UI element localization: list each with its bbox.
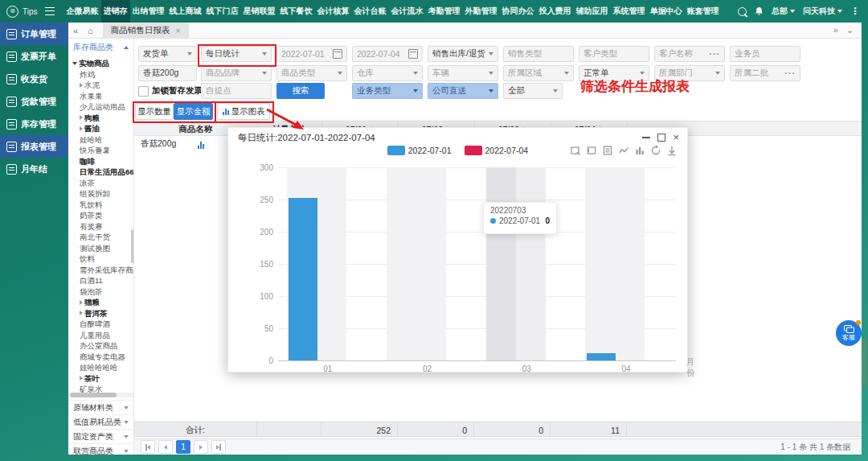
tree-item[interactable]: 自酿啤酒 (68, 319, 133, 330)
input-filter[interactable]: 客户类型 (579, 46, 649, 62)
tree-item[interactable]: 组装拆卸 (68, 188, 133, 200)
topnav-item[interactable]: 账套管理 (685, 0, 722, 23)
topnav-item[interactable]: 协同办公 (500, 0, 537, 23)
select-filter[interactable]: 每日统计 (201, 46, 272, 62)
tree-item[interactable]: 狗粮 (68, 113, 133, 124)
data-view-icon[interactable] (602, 145, 613, 156)
tree-header-inventory-category[interactable]: 库存商品类 (68, 39, 133, 56)
tree-item[interactable]: 少儿运动用品 (68, 101, 133, 113)
topnav-item[interactable]: 出纳管理 (130, 0, 167, 23)
tree-horizontal-scrollbar[interactable] (68, 393, 133, 397)
tree-item[interactable]: 水泥 (68, 80, 133, 91)
tree-item[interactable]: 商城专卖电器 (68, 352, 133, 363)
tree-item[interactable]: 咖啡 (68, 156, 133, 167)
row-chart-icon[interactable] (198, 138, 204, 152)
topnav-item[interactable]: 单据中心 (648, 0, 685, 23)
select-filter[interactable]: 业务类型 (352, 83, 423, 99)
maximize-icon[interactable] (657, 134, 665, 142)
tree-item[interactable]: 奶茶类 (68, 210, 133, 221)
input-filter[interactable]: 香菇200g (138, 65, 197, 81)
tree-item[interactable]: 茶叶 (68, 373, 133, 385)
topnav-item[interactable]: 星销联盟 (241, 0, 278, 23)
user-menu[interactable]: 问天科技 (803, 6, 842, 17)
tree-item[interactable]: 酱油 (68, 123, 133, 134)
select-filter[interactable]: 车辆 (428, 65, 498, 81)
tree-item[interactable]: 炸鸡 (68, 69, 133, 80)
module-item[interactable]: 订单管理 (0, 23, 68, 45)
page-scrollbar-thumb[interactable] (862, 338, 866, 388)
select-filter[interactable]: 仓库 (352, 65, 423, 81)
topnav-item[interactable]: 辅助应用 (574, 0, 611, 23)
tree-item[interactable]: 娃哈哈 (68, 134, 133, 146)
tree-item[interactable]: 实物商品 (68, 58, 133, 69)
show-chart-button[interactable]: 显示图表 (217, 103, 270, 120)
prev-page-button[interactable] (158, 440, 173, 454)
tree-item[interactable]: 办公室商品 (68, 340, 133, 352)
next-page-button[interactable] (194, 440, 208, 454)
module-item[interactable]: 收发货 (0, 68, 68, 90)
tab-product-sales-daily-report[interactable]: 商品销售日报表 × (103, 23, 189, 39)
show-amount-button[interactable]: 显示金额 (174, 103, 213, 120)
tree-item[interactable]: 需外采低库存商品 (68, 265, 133, 276)
topnav-item[interactable]: 线下餐饮 (278, 0, 315, 23)
chart-bar[interactable] (289, 198, 317, 360)
module-item[interactable]: 报表管理 (0, 135, 68, 158)
checkbox-icon[interactable] (138, 86, 149, 97)
tree-item[interactable]: 有奖赛 (68, 221, 133, 233)
tree-section[interactable]: 联营商品类 (68, 443, 133, 455)
ellipsis-icon[interactable]: ··· (710, 49, 721, 59)
tree-item[interactable]: 袋泡茶 (68, 286, 133, 298)
topnav-item[interactable]: 系统管理 (611, 0, 648, 23)
topnav-item[interactable]: 会计台账 (352, 0, 389, 23)
app-logo[interactable]: ⊛ Tips (0, 6, 64, 18)
input-filter[interactable]: 业务员 (730, 46, 800, 62)
restore-icon[interactable] (650, 145, 661, 156)
more-icon[interactable]: ⋮ (850, 6, 860, 17)
tree-item[interactable]: 猫粮 (68, 297, 133, 308)
tree-section[interactable]: 低值易耗品类 (68, 414, 133, 429)
tree-section[interactable]: 固定资产类 (68, 429, 133, 443)
org-switcher[interactable]: 总部 (772, 6, 795, 17)
tabs-overflow-icon[interactable]: » (833, 25, 838, 35)
lock-draft-invoice-checkbox[interactable]: 加锁暂存发票单 (138, 83, 211, 99)
input-filter[interactable]: 自提点 (201, 83, 272, 99)
topnav-item[interactable]: 进销存 (101, 0, 130, 23)
first-page-button[interactable] (141, 440, 155, 454)
input-filter[interactable]: 销售类型 (503, 46, 574, 62)
tree-section[interactable]: 原辅材料类 (68, 400, 133, 414)
legend-item[interactable]: 2022-07-01 (387, 146, 452, 155)
close-icon[interactable]: × (175, 26, 180, 35)
tree-item[interactable]: 测试换图 (68, 243, 133, 254)
tabs-menu-icon[interactable]: ⌄ (846, 25, 854, 35)
tree-item[interactable]: 饮料 (68, 253, 133, 265)
tree-item[interactable]: 儿童用品 (68, 330, 133, 341)
tree-item[interactable]: 南北干货 (68, 232, 133, 243)
topnav-item[interactable]: 会计流水 (389, 0, 426, 23)
topnav-item[interactable]: 线上商城 (167, 0, 204, 23)
select-filter[interactable]: 发货单 (138, 46, 197, 62)
page-number-button[interactable]: 1 (176, 440, 190, 454)
show-quantity-button[interactable]: 显示数量 (135, 103, 174, 120)
module-item[interactable]: 库存管理 (0, 113, 68, 135)
select-filter[interactable]: 所属区域 (503, 65, 574, 81)
zoom-reset-icon[interactable] (586, 145, 597, 156)
tree-vertical-scrollbar[interactable] (131, 229, 133, 263)
topnav-item[interactable]: 线下门店 (204, 0, 241, 23)
module-item[interactable]: 月年结 (0, 158, 68, 180)
tree-item[interactable]: 白酒11 (68, 275, 133, 286)
tree-item[interactable]: 水果果 (68, 91, 133, 102)
topnav-item[interactable]: 企微易账 (64, 0, 101, 23)
close-icon[interactable]: × (673, 132, 679, 142)
hamburger-icon[interactable] (45, 7, 55, 15)
last-page-button[interactable] (211, 440, 226, 454)
bell-icon[interactable] (755, 6, 764, 16)
customer-service-button[interactable]: 客服 (836, 320, 862, 346)
legend-item[interactable]: 2022-07-04 (465, 146, 529, 155)
line-chart-icon[interactable] (618, 145, 629, 156)
area-zoom-icon[interactable] (570, 145, 581, 156)
tree-item[interactable]: 普洱茶 (68, 308, 133, 319)
topnav-item[interactable]: 投入费用 (537, 0, 574, 23)
tree-item[interactable]: 快乐番薯 (68, 145, 133, 156)
tree-item[interactable]: 娃哈哈哈哈 (68, 362, 133, 373)
tree-item[interactable]: 日常生活用品666 (68, 167, 133, 178)
